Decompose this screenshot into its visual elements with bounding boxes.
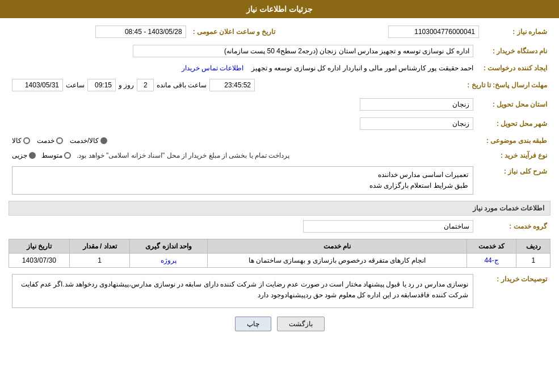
shenare-niaz-value: 1103004776000041 — [388, 26, 479, 38]
radio-jozi-circle — [29, 152, 36, 159]
radio-kala-khadmat[interactable]: کالا/خدمت — [70, 137, 107, 145]
roz-label: روز و — [119, 81, 134, 89]
nooe-row: نوع فرآیند خرید : پرداخت تمام یا بخشی از… — [9, 150, 550, 161]
cell-name: انجام کارهای متفرقه درخصوص بازسازی و بهس… — [208, 254, 467, 268]
radio-khadmat-circle — [56, 137, 63, 144]
radio-jozi[interactable]: جزیی — [12, 151, 36, 159]
radio-kala[interactable]: کالا — [12, 137, 30, 145]
tosiyat-desc-box: نوسازی مدارس در رد یا قبول پیشنهاد مختار… — [12, 274, 473, 308]
nooe-label: نوع فرآیند خرید : — [477, 150, 550, 161]
sharh-scroll-box[interactable]: تعمیرات اساسی مدارس خداننده طبق شرایط اس… — [12, 166, 473, 195]
tarikh-elaan-label: تاریخ و ساعت اعلان عمومی : — [190, 24, 279, 40]
ostan-label: استان محل تحویل : — [477, 96, 550, 112]
ijad-label: ایجاد کننده درخواست : — [477, 62, 550, 74]
top-info-row3: ایجاد کننده درخواست : احمد حقیقت پور کار… — [9, 62, 550, 74]
tosiyat-row: توصیحات خریدار : نوسازی مدارس در رد یا ق… — [9, 272, 550, 310]
saat-value: 09:15 — [87, 79, 116, 91]
table-row: 1 ج-44 انجام کارهای متفرقه درخصوص بازساز… — [9, 254, 550, 268]
services-table: ردیف کد خدمت نام خدمت واحد اندازه گیری ت… — [9, 239, 550, 268]
cell-vahed: پروژه — [130, 254, 208, 268]
ostan-value: زنجان — [360, 98, 473, 111]
baqi-value: 23:45:52 — [209, 79, 255, 91]
radio-mutavasset[interactable]: متوسط — [41, 151, 71, 159]
ostan-row: استان محل تحویل : زنجان — [9, 96, 550, 112]
khadamat-section-header: اطلاعات خدمات مورد نیاز — [9, 201, 550, 216]
cell-tedad: 1 — [69, 254, 130, 268]
nooe-text: پرداخت تمام یا بخشی از مبلغ خریدار از مح… — [77, 151, 289, 159]
name-dastegh-value: اداره کل نوسازی توسعه و تجهیز مدارس استا… — [133, 45, 473, 57]
sharh-value2: طبق شرایط استعلام بارگزاری شده — [17, 180, 468, 191]
col-tarikh: تاریخ نیاز — [9, 239, 70, 254]
shahr-value: زنجان — [360, 117, 473, 130]
tabaqe-kala-khadmat-label: کالا/خدمت — [70, 137, 99, 145]
radio-mutavasset-circle — [64, 152, 71, 159]
cell-tarikh: 1403/07/30 — [9, 254, 70, 268]
top-info-row2: نام دستگاه خریدار : اداره کل نوسازی توسع… — [9, 43, 550, 59]
top-info-row4: مهلت ارسال پاسخ: تا تاریخ : 23:45:52 ساع… — [9, 77, 550, 93]
chap-button[interactable]: چاپ — [235, 317, 271, 331]
radio-khadmat[interactable]: خدمت — [37, 137, 63, 145]
tosiyat-label: توصیحات خریدار : — [477, 272, 550, 310]
cell-kod: ج-44 — [466, 254, 516, 268]
ijad-value: احمد حقیقت پور کارشناس امور مالی و انبار… — [251, 64, 473, 72]
button-row: بازگشت چاپ — [9, 317, 550, 331]
name-dastegh-label: نام دستگاه خریدار : — [477, 43, 550, 59]
cell-radif: 1 — [516, 254, 550, 268]
roz-value: 2 — [137, 79, 154, 91]
tarikh-value: 1403/05/31 — [12, 79, 63, 91]
ijad-link[interactable]: اطلاعات تماس خریدار — [182, 64, 244, 72]
content-area: شماره نیاز : 1103004776000041 تاریخ و سا… — [0, 18, 559, 342]
header-title: جزئیات اطلاعات نیاز — [246, 5, 313, 14]
gorohe-value: ساختمان — [303, 220, 473, 233]
sharh-value1: تعمیرات اساسی مدارس خداننده — [17, 170, 468, 180]
gorohe-label: گروه خدمت : — [477, 218, 550, 234]
shahr-label: شهر محل تحویل : — [477, 116, 550, 132]
nooe-jozi-label: جزیی — [12, 151, 27, 159]
baqi-label: ساعت باقی مانده — [157, 81, 207, 89]
gorohe-row: گروه خدمت : ساختمان — [9, 218, 550, 234]
shenare-niaz-label: شماره نیاز : — [482, 24, 550, 40]
col-tedad: تعداد / مقدار — [69, 239, 130, 254]
nooe-mutavasset-label: متوسط — [41, 151, 62, 159]
sharh-label: شرح کلی نیاز : — [477, 165, 550, 196]
saat-label: ساعت — [66, 81, 85, 89]
tabaqe-khadmat-label: خدمت — [37, 137, 54, 145]
col-radif: ردیف — [516, 239, 550, 254]
mohlat-label: مهلت ارسال پاسخ: تا تاریخ : — [464, 77, 550, 93]
tarikh-elaan-value: 1403/05/28 - 08:45 — [95, 26, 186, 38]
radio-kala-khadmat-circle — [100, 137, 107, 144]
top-info-row1: شماره نیاز : 1103004776000041 تاریخ و سا… — [9, 24, 550, 40]
tabaqe-kala-label: کالا — [12, 137, 22, 145]
page-container: جزئیات اطلاعات نیاز شماره نیاز : 1103004… — [0, 0, 559, 392]
page-header: جزئیات اطلاعات نیاز — [0, 0, 559, 18]
col-kod: کد خدمت — [466, 239, 516, 254]
sharh-row: شرح کلی نیاز : تعمیرات اساسی مدارس خدانن… — [9, 165, 550, 196]
shahr-row: شهر محل تحویل : زنجان — [9, 116, 550, 132]
col-vahed: واحد اندازه گیری — [130, 239, 208, 254]
tabaqe-label: طبقه بندی موضوعی : — [477, 135, 550, 146]
bazgasht-button[interactable]: بازگشت — [277, 317, 325, 331]
radio-kala-circle — [23, 137, 30, 144]
col-name: نام خدمت — [208, 239, 467, 254]
tabaqe-row: طبقه بندی موضوعی : کالا/خدمت خدمت — [9, 135, 550, 146]
